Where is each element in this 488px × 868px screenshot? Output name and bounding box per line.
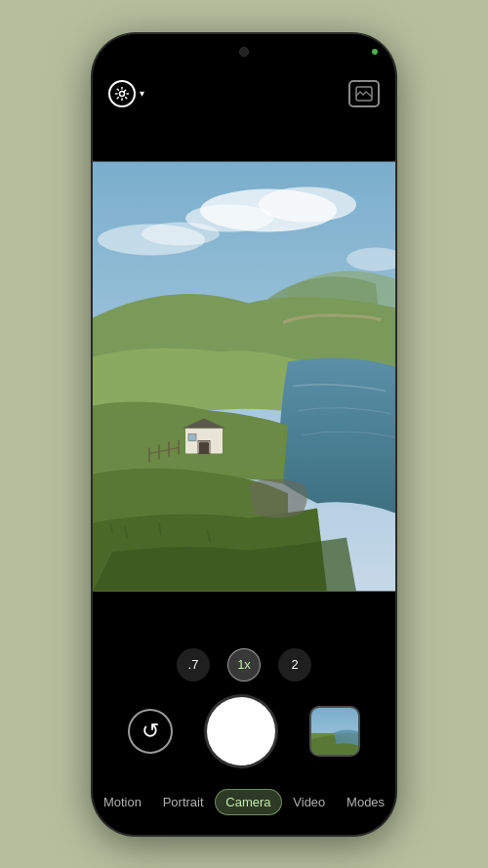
settings-button[interactable]: ▾ [108, 80, 144, 107]
gallery-thumbnail[interactable] [309, 706, 360, 757]
gallery-button[interactable] [348, 80, 380, 107]
svg-point-4 [259, 186, 356, 222]
status-bar [93, 34, 395, 69]
tab-motion[interactable]: Motion [94, 790, 151, 814]
status-indicator [372, 49, 378, 55]
tab-portrait[interactable]: Portrait [153, 790, 214, 814]
zoom-2x-button[interactable]: 2 [278, 648, 311, 682]
camera-viewfinder [93, 118, 395, 635]
zoom-point7-button[interactable]: .7 [177, 648, 210, 682]
tab-camera[interactable]: Camera [215, 789, 281, 815]
svg-rect-13 [188, 434, 196, 440]
camera-bottom-controls: .7 1x 2 ↺ [93, 635, 395, 835]
chevron-down-icon: ▾ [140, 88, 144, 99]
shutter-row: ↺ [93, 691, 395, 779]
flip-icon: ↺ [142, 719, 159, 744]
shutter-button[interactable] [207, 697, 275, 765]
svg-point-0 [120, 91, 125, 96]
tab-video[interactable]: Video [283, 790, 335, 814]
phone-frame: ▾ [93, 34, 395, 835]
mode-tabs: Motion Portrait Camera Video Modes [93, 779, 395, 835]
phone-screen: ▾ [93, 34, 395, 835]
tab-modes[interactable]: Modes [337, 790, 394, 814]
flip-camera-button[interactable]: ↺ [128, 709, 173, 754]
camera-top-controls: ▾ [93, 69, 395, 118]
svg-point-7 [142, 222, 220, 245]
settings-icon [108, 80, 136, 107]
zoom-1x-button[interactable]: 1x [227, 648, 261, 682]
svg-rect-11 [199, 441, 209, 453]
zoom-controls: .7 1x 2 [93, 635, 395, 691]
front-camera [239, 47, 249, 57]
